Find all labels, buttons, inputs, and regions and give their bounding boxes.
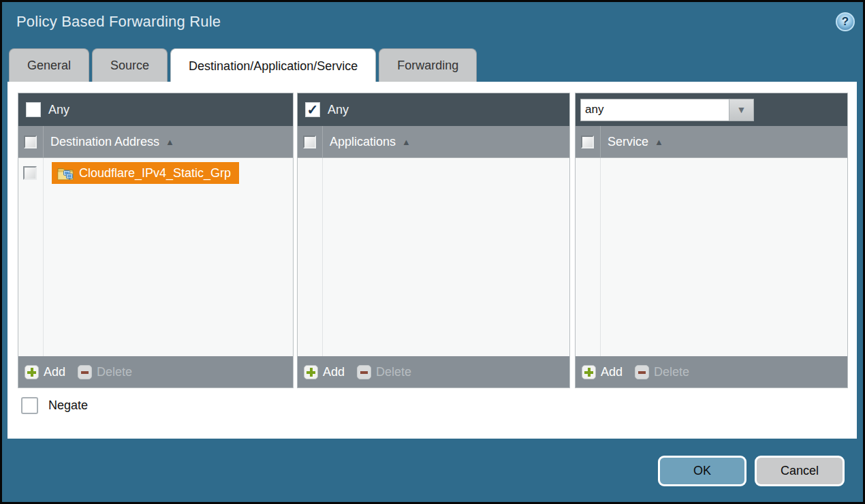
policy-based-forwarding-dialog: Policy Based Forwarding Rule ? General S…: [0, 0, 865, 504]
dialog-title: Policy Based Forwarding Rule: [16, 13, 221, 31]
destination-any-bar: Any: [18, 93, 293, 126]
column-divider: [43, 126, 44, 157]
cancel-button-label: Cancel: [781, 464, 819, 478]
sort-asc-icon: ▲: [402, 137, 411, 147]
applications-select-all-checkbox[interactable]: [303, 136, 316, 148]
service-dropdown-button[interactable]: ▼: [729, 99, 754, 121]
tab-source[interactable]: Source: [92, 48, 168, 82]
applications-delete-button[interactable]: Delete: [357, 365, 411, 379]
cancel-button[interactable]: Cancel: [755, 456, 845, 486]
delete-icon: [357, 365, 371, 379]
destination-add-button[interactable]: Add: [25, 365, 65, 379]
column-divider: [600, 158, 601, 356]
tab-general-label: General: [27, 59, 71, 73]
destination-list: Cloudflare_IPv4_Static_Grp: [18, 158, 293, 356]
negate-option: Negate: [21, 397, 88, 414]
destination-any-label: Any: [48, 103, 69, 117]
delete-button-label: Delete: [97, 365, 132, 379]
sort-asc-icon: ▲: [655, 137, 663, 147]
row-checkbox[interactable]: [23, 166, 37, 180]
service-dropdown-bar: ▼: [576, 93, 847, 126]
add-icon: [582, 365, 596, 379]
destination-address-column: Any Destination Address ▲: [18, 93, 294, 388]
add-icon: [304, 365, 318, 379]
add-icon: [25, 365, 39, 379]
address-group-icon: [57, 166, 74, 180]
destination-column-header[interactable]: Destination Address ▲: [18, 126, 293, 158]
column-divider: [43, 158, 44, 356]
destination-row-cloudflare[interactable]: Cloudflare_IPv4_Static_Grp: [52, 162, 239, 184]
service-delete-button[interactable]: Delete: [635, 365, 689, 379]
applications-any-bar: ✓ Any: [298, 93, 569, 126]
service-list: [576, 158, 847, 356]
applications-header-label: Applications: [330, 135, 396, 149]
destination-footer: Add Delete: [18, 356, 293, 388]
service-column: ▼ Service ▲ Add Delete: [575, 93, 848, 388]
column-divider: [322, 158, 323, 356]
tab-forwarding[interactable]: Forwarding: [379, 48, 477, 82]
delete-button-label: Delete: [376, 365, 411, 379]
applications-column-header[interactable]: Applications ▲: [298, 126, 569, 158]
chevron-down-icon: ▼: [737, 104, 746, 115]
add-button-label: Add: [601, 365, 623, 379]
destination-delete-button[interactable]: Delete: [78, 365, 132, 379]
delete-icon: [78, 365, 92, 379]
column-divider: [322, 126, 323, 157]
service-header-label: Service: [608, 135, 648, 149]
negate-checkbox[interactable]: [21, 397, 38, 414]
tab-destination-label: Destination/Application/Service: [189, 59, 358, 74]
add-button-label: Add: [44, 365, 65, 379]
destination-any-checkbox[interactable]: [26, 102, 41, 117]
column-divider: [600, 126, 601, 157]
applications-footer: Add Delete: [298, 356, 569, 388]
ok-button[interactable]: OK: [658, 456, 746, 486]
service-column-header[interactable]: Service ▲: [576, 126, 847, 158]
service-select-all-checkbox[interactable]: [581, 136, 594, 148]
destination-row-label: Cloudflare_IPv4_Static_Grp: [79, 166, 231, 180]
service-dropdown: ▼: [580, 99, 754, 121]
checkmark-icon: ✓: [307, 103, 319, 116]
delete-button-label: Delete: [654, 365, 689, 379]
delete-icon: [635, 365, 649, 379]
applications-add-button[interactable]: Add: [304, 365, 345, 379]
tab-general[interactable]: General: [9, 48, 89, 82]
tab-forwarding-label: Forwarding: [397, 59, 458, 73]
negate-label: Negate: [48, 398, 88, 413]
tab-content-panel: Any Destination Address ▲: [7, 82, 857, 439]
applications-column: ✓ Any Applications ▲ Add Dele: [297, 93, 570, 388]
add-button-label: Add: [323, 365, 345, 379]
table-row: Cloudflare_IPv4_Static_Grp: [18, 161, 293, 185]
help-icon[interactable]: ?: [836, 12, 855, 31]
service-add-button[interactable]: Add: [582, 365, 623, 379]
tab-source-label: Source: [110, 59, 149, 73]
applications-list: [298, 158, 569, 356]
applications-any-checkbox[interactable]: ✓: [305, 102, 320, 117]
destination-header-label: Destination Address: [50, 135, 159, 149]
service-dropdown-input[interactable]: [580, 99, 729, 121]
sort-asc-icon: ▲: [166, 137, 174, 147]
destination-select-all-checkbox[interactable]: [24, 136, 37, 148]
tab-destination-application-service[interactable]: Destination/Application/Service: [170, 48, 376, 83]
help-icon-glyph: ?: [842, 15, 849, 29]
ok-button-label: OK: [693, 464, 711, 478]
tab-bar: General Source Destination/Application/S…: [9, 48, 477, 83]
applications-any-label: Any: [328, 103, 349, 117]
service-footer: Add Delete: [576, 356, 847, 388]
